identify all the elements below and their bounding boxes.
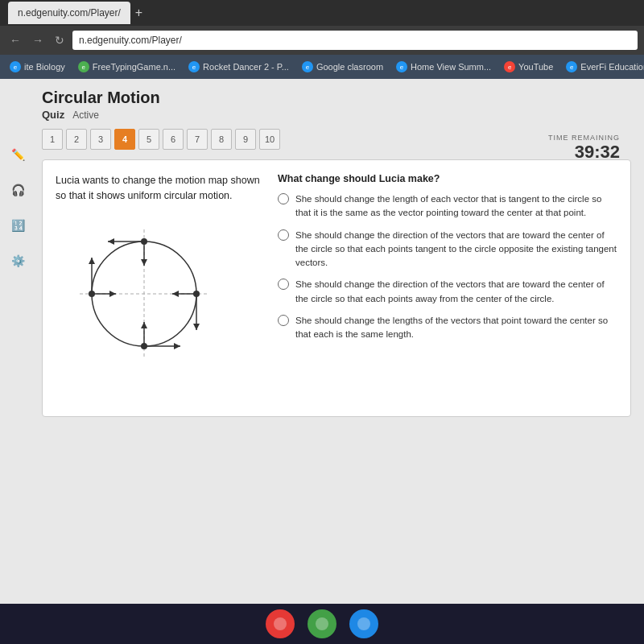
bookmarks-bar: e ite Biology e FreeTypingGame.n... e Ro… [0, 55, 644, 79]
question-navigation: 1 2 3 4 5 6 7 8 9 10 [42, 129, 631, 150]
sidebar-settings-icon[interactable]: ⚙️ [6, 250, 29, 272]
radio-d[interactable] [278, 315, 289, 326]
bookmark-icon-ite: e [10, 61, 21, 72]
question-btn-9[interactable]: 9 [235, 129, 256, 150]
option-b[interactable]: She should change the direction of the v… [278, 229, 617, 270]
circle-diagram [64, 213, 225, 374]
taskbar-blue-icon[interactable] [349, 609, 378, 638]
tab-bar: n.edgenuity.com/Player/ + [0, 0, 644, 26]
svg-point-25 [357, 617, 370, 630]
question-btn-4[interactable]: 4 [114, 129, 135, 150]
question-btn-2[interactable]: 2 [66, 129, 87, 150]
radio-b[interactable] [278, 229, 289, 241]
svg-marker-12 [193, 324, 200, 330]
reload-button[interactable]: ↻ [52, 32, 68, 48]
svg-marker-18 [141, 322, 147, 328]
taskbar-green-icon[interactable] [308, 609, 336, 638]
url-text: n.edgenuity.com/Player/ [79, 35, 182, 46]
question-btn-8[interactable]: 8 [211, 129, 232, 150]
svg-marker-22 [109, 291, 116, 297]
taskbar-red-icon[interactable] [266, 609, 295, 638]
svg-marker-16 [174, 343, 180, 349]
question-btn-7[interactable]: 7 [187, 129, 208, 150]
option-a[interactable]: She should change the length of each vec… [278, 192, 617, 221]
forward-button[interactable]: → [29, 32, 47, 48]
bookmark-label-home: Home View Summ... [411, 62, 491, 72]
time-remaining-container: TIME REMAINING 39:32 [548, 134, 620, 163]
sidebar-pencil-icon[interactable]: ✏️ [6, 143, 29, 166]
quiz-container: Circular Motion Quiz Active TIME REMAINI… [42, 89, 631, 417]
question-btn-5[interactable]: 5 [138, 129, 159, 150]
bookmark-google-classroom[interactable]: e Google clasroom [297, 60, 388, 74]
bookmark-label-youtube: YouTube [518, 62, 553, 72]
sidebar-headphones-icon[interactable]: 🎧 [6, 179, 29, 201]
bookmark-icon-everfi: e [566, 61, 577, 72]
option-c-text: She should change the direction of the v… [295, 278, 617, 306]
svg-marker-8 [108, 238, 114, 245]
bookmark-everfi[interactable]: e EverFi Educational... [561, 60, 644, 74]
main-content: ✏️ 🎧 🔢 ⚙️ Circular Motion Quiz Active TI… [0, 79, 644, 604]
question-btn-6[interactable]: 6 [163, 129, 184, 150]
quiz-status: Quiz Active [42, 109, 631, 121]
time-remaining-value: 39:32 [548, 142, 620, 163]
svg-point-24 [316, 617, 328, 630]
sidebar-left: ✏️ 🎧 🔢 ⚙️ [6, 143, 29, 272]
bookmark-label-google: Google clasroom [316, 62, 383, 72]
taskbar [0, 604, 644, 644]
address-bar-row: ← → ↻ n.edgenuity.com/Player/ [0, 26, 644, 55]
bookmark-icon-rocket: e [188, 61, 200, 72]
bookmark-label-free: FreeTypingGame.n... [93, 62, 175, 72]
sidebar-calculator-icon[interactable]: 🔢 [6, 214, 29, 237]
time-remaining-label: TIME REMAINING [548, 134, 620, 142]
option-c[interactable]: She should change the direction of the v… [278, 278, 617, 306]
svg-marker-10 [141, 259, 147, 266]
option-d[interactable]: She should change the lengths of the vec… [278, 314, 617, 342]
option-d-text: She should change the lengths of the vec… [295, 314, 617, 342]
new-tab-button[interactable]: + [135, 6, 142, 20]
question-stem: Lucia wants to change the motion map sho… [56, 173, 265, 204]
taskbar-blue-icon-svg [356, 616, 372, 632]
svg-marker-14 [172, 291, 179, 297]
taskbar-red-icon-svg [272, 616, 288, 632]
address-bar[interactable]: n.edgenuity.com/Player/ [72, 31, 638, 50]
bookmark-freetypinggame[interactable]: e FreeTypingGame.n... [73, 60, 180, 74]
bookmark-youtube[interactable]: e YouTube [499, 60, 558, 74]
question-right: What change should Lucia make? She shoul… [278, 173, 617, 403]
question-btn-10[interactable]: 10 [259, 129, 280, 150]
option-a-text: She should change the length of each vec… [295, 192, 617, 221]
bookmark-label-ite: ite Biology [24, 62, 65, 72]
bookmark-home-view[interactable]: e Home View Summ... [391, 60, 496, 74]
bookmark-icon-google: e [302, 61, 313, 72]
quiz-label: Quiz [42, 109, 64, 121]
svg-marker-20 [89, 258, 95, 264]
tab-label: n.edgenuity.com/Player/ [18, 7, 121, 19]
bookmark-label-everfi: EverFi Educational... [580, 62, 644, 72]
bookmark-label-rocket: Rocket Dancer 2 - P... [203, 62, 289, 72]
question-btn-1[interactable]: 1 [42, 129, 63, 150]
bookmark-icon-youtube: e [504, 61, 515, 72]
radio-a[interactable] [278, 193, 289, 204]
question-btn-3[interactable]: 3 [90, 129, 111, 150]
browser-chrome: n.edgenuity.com/Player/ + ← → ↻ n.edgenu… [0, 0, 644, 79]
bookmark-icon-free: e [78, 61, 89, 72]
question-left: Lucia wants to change the motion map sho… [56, 173, 265, 403]
radio-c[interactable] [278, 279, 289, 290]
question-card: Lucia wants to change the motion map sho… [42, 159, 631, 417]
bookmark-ite-biology[interactable]: e ite Biology [5, 60, 70, 74]
active-tab[interactable]: n.edgenuity.com/Player/ [8, 2, 130, 24]
answer-question: What change should Lucia make? [278, 173, 617, 184]
svg-point-23 [274, 617, 287, 630]
option-b-text: She should change the direction of the v… [295, 229, 617, 270]
back-button[interactable]: ← [6, 32, 24, 48]
bookmark-icon-home: e [396, 61, 407, 72]
status-badge: Active [72, 109, 99, 121]
bookmark-rocket-dancer[interactable]: e Rocket Dancer 2 - P... [184, 60, 294, 74]
taskbar-green-icon-svg [314, 616, 330, 632]
page-title: Circular Motion [42, 89, 631, 107]
